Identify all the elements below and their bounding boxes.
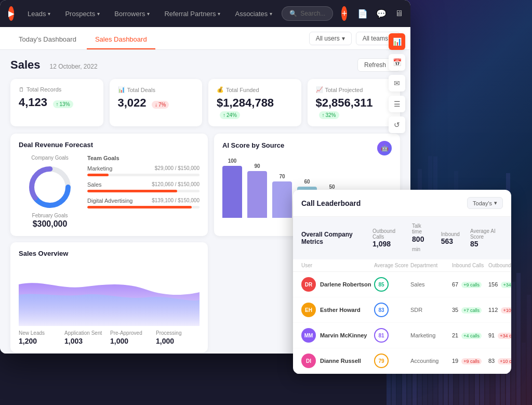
referral-chevron-icon: ▾: [218, 11, 220, 17]
col-inbound: Inbound Calls: [452, 263, 488, 268]
leaderboard-filter-dropdown[interactable]: Today's ▾: [467, 197, 503, 209]
desktop-icon[interactable]: 🖥: [393, 7, 405, 20]
leaderboard-row: DI Dianne Russell 79 Accounting 19 +9 ca…: [293, 348, 511, 374]
inbound-metric: Inbound 563: [441, 231, 460, 245]
leaderboard-table-header: User Average Score Department Inbound Ca…: [293, 259, 511, 272]
search-icon: 🔍: [289, 10, 297, 17]
tab-sales-dashboard[interactable]: Sales Dashboard: [87, 30, 155, 49]
borrowers-chevron-icon: ▾: [147, 11, 150, 17]
inbound-calls-3: 19 +9 calls: [452, 358, 488, 364]
user-name-0: Darlene Robertson: [320, 281, 371, 288]
col-user: User: [301, 263, 374, 268]
associates-chevron-icon: ▾: [270, 11, 272, 17]
sidebar-email-btn[interactable]: ✉: [389, 75, 405, 92]
sidebar-sync-btn[interactable]: ↺: [389, 116, 405, 133]
user-avatar-2: MM: [301, 328, 316, 343]
nav-icon-group: 📄 💬 🖥 📱 ⚙ U: [355, 6, 410, 21]
outbound-calls-metric: Outbound Calls 1,098: [373, 228, 402, 248]
deals-icon: 📊: [118, 86, 125, 93]
marketing-progress-bar: [87, 174, 200, 176]
inbound-calls-2: 21 +4 calls: [452, 332, 488, 339]
tab-today-dashboard[interactable]: Today's Dashboard: [10, 30, 85, 49]
projected-icon: 📈: [316, 86, 323, 93]
metric-card-total-deals: 📊 Total Deals 3,022 ↓ 7%: [110, 79, 203, 126]
area-chart-svg: [19, 264, 200, 326]
outbound-calls-0: 156 +34 calls: [488, 281, 511, 288]
tab-bar: Today's Dashboard Sales Dashboard All us…: [0, 27, 410, 50]
nav-item-prospects[interactable]: Prospects ▾: [60, 7, 105, 21]
user-cell-1: EH Esther Howard: [301, 303, 374, 317]
sales-overview-card: Sales Overview: [10, 242, 208, 352]
sales-overview-chart: [19, 264, 200, 326]
company-metrics-section: Overall Company Metrics Outbound Calls 1…: [293, 217, 511, 259]
chat-icon[interactable]: 💬: [374, 7, 389, 21]
users-chevron-icon: ▾: [342, 35, 345, 42]
sales-overview-stats: New Leads 1,200 Application Sent 1,003 P…: [19, 330, 200, 345]
tab-filters: All users ▾ All teams ▾: [309, 32, 400, 49]
leaderboard-title: Call Leaderboard: [301, 199, 361, 207]
bar-70: 70: [272, 174, 292, 218]
leads-chevron-icon: ▾: [48, 11, 50, 17]
leaderboard-row: DR Darlene Robertson 85 Sales 67 +9 call…: [293, 272, 511, 297]
score-badge-1: 83: [374, 303, 389, 317]
score-badge-0: 85: [374, 277, 389, 292]
nav-item-borrowers[interactable]: Borrowers ▾: [109, 7, 155, 21]
add-button[interactable]: +: [341, 6, 347, 21]
filter-all-users[interactable]: All users ▾: [309, 32, 352, 45]
metrics-row: 🗒 Total Records 4,123 ↑ 13% 📊 Total Deal…: [10, 79, 400, 126]
metric-card-total-projected: 📈 Total Projected $2,856,311 ↑ 32%: [308, 79, 401, 126]
metric-card-total-funded: 💰 Total Funded $1,284,788 ↑ 24%: [208, 79, 301, 126]
dept-0: Sales: [410, 281, 452, 288]
sales-overview-title: Sales Overview: [19, 250, 200, 257]
user-name-2: Marvin McKinney: [320, 332, 367, 338]
nav-item-leads[interactable]: Leads ▾: [22, 7, 56, 21]
right-sidebar: 📊 📅 ✉ ☰ ↺: [388, 33, 406, 133]
forecast-layout: Company Goals February Goals $300,000 Te…: [19, 155, 200, 229]
deal-revenue-forecast-card: Deal Revenue Forecast Company Goals Febr…: [10, 134, 208, 236]
sales-date: 12 October, 2022: [50, 63, 98, 70]
score-badge-2: 81: [374, 328, 389, 343]
metric-card-total-records: 🗒 Total Records 4,123 ↑ 13%: [10, 79, 103, 126]
search-bar[interactable]: 🔍 Search...: [282, 6, 333, 21]
sales-progress-fill: [87, 190, 177, 192]
page-title: Sales: [10, 58, 41, 72]
outbound-calls-2: 91 +34 calls: [488, 332, 511, 339]
outbound-calls-3: 83 +10 calls: [488, 358, 511, 364]
user-avatar-3: DI: [301, 354, 316, 368]
sidebar-list-btn[interactable]: ☰: [389, 96, 405, 112]
ai-score-title: AI Score by Source: [222, 141, 284, 149]
digital-progress-bar: [87, 206, 200, 208]
digital-progress-fill: [87, 206, 192, 208]
funded-icon: 💰: [217, 86, 224, 93]
goal-digital-advertising: Digital Advertising $139,100 / $150,000: [87, 198, 200, 208]
sidebar-chart-btn[interactable]: 📊: [389, 33, 405, 50]
inbound-calls-1: 35 +7 calls: [452, 307, 488, 313]
dept-1: SDR: [410, 307, 452, 313]
app-logo[interactable]: ▶: [8, 6, 14, 21]
mobile-icon[interactable]: 📱: [409, 7, 410, 21]
total-funded-badge: ↑ 24%: [220, 111, 240, 119]
stat-pre-approved: Pre-Approved 1,000: [110, 330, 154, 345]
company-metrics-label: Overall Company Metrics: [301, 231, 362, 245]
team-goals-section: Team Goals Marketing $29,000 / $150,000: [87, 155, 200, 229]
total-projected-badge: ↑ 32%: [319, 111, 339, 119]
user-cell-3: DI Dianne Russell: [301, 354, 374, 368]
outbound-calls-1: 112 +10 calls: [488, 307, 511, 313]
total-records-value: 4,123: [19, 96, 47, 109]
marketing-progress-fill: [87, 174, 109, 176]
total-funded-value: $1,284,788: [217, 96, 274, 109]
document-icon[interactable]: 📄: [355, 7, 370, 21]
user-cell-2: MM Marvin McKinney: [301, 328, 374, 343]
filter-chevron-icon: ▾: [494, 200, 497, 206]
stat-new-leads: New Leads 1,200: [19, 330, 62, 345]
sales-header: Sales 12 October, 2022 Refresh ↻: [10, 58, 400, 72]
bar-90: 90: [247, 163, 267, 218]
dept-3: Accounting: [410, 358, 452, 364]
nav-item-referral-partners[interactable]: Referral Partners ▾: [159, 7, 225, 21]
total-projected-value: $2,856,311: [316, 96, 373, 109]
score-badge-3: 79: [374, 354, 389, 368]
sidebar-calendar-btn[interactable]: 📅: [389, 54, 405, 71]
user-avatar-0: DR: [301, 277, 316, 292]
nav-item-associates[interactable]: Associates ▾: [230, 7, 277, 21]
sales-progress-bar: [87, 190, 200, 192]
